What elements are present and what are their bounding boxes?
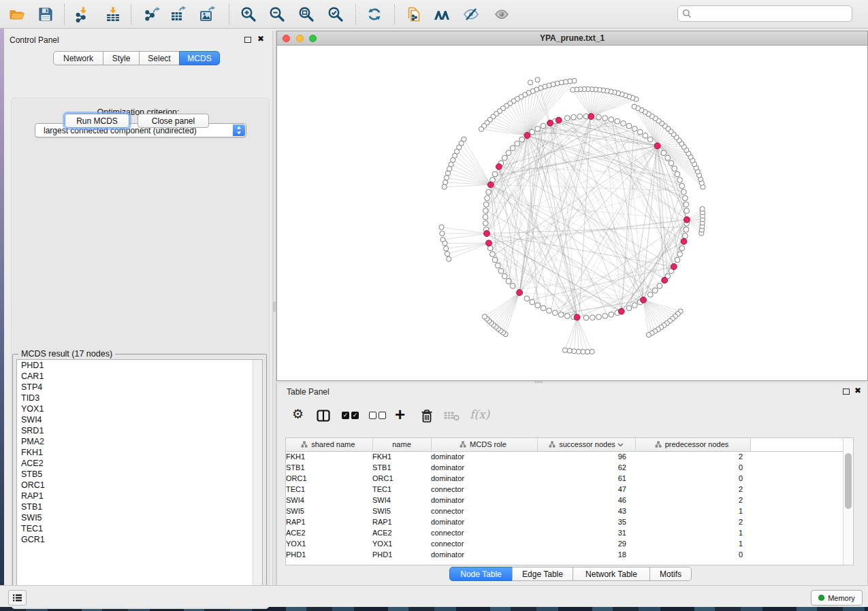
- mcds-hub-node[interactable]: [684, 217, 690, 223]
- table-cell[interactable]: PHD1: [286, 549, 372, 560]
- table-settings-gear-icon[interactable]: ⚙: [292, 408, 304, 420]
- network-node[interactable]: [590, 315, 595, 320]
- open-session-icon[interactable]: [9, 6, 25, 22]
- satellite-node[interactable]: [479, 127, 483, 131]
- mcds-hub-node[interactable]: [641, 297, 647, 303]
- network-node[interactable]: [498, 268, 504, 274]
- table-cell[interactable]: [750, 495, 844, 506]
- col-header-predecessor-nodes[interactable]: predecessor nodes: [635, 438, 750, 451]
- tab-network[interactable]: Network: [53, 51, 103, 65]
- mcds-hub-node[interactable]: [556, 117, 562, 123]
- network-window-titlebar[interactable]: YPA_prune.txt_1: [277, 31, 867, 46]
- mcds-result-item[interactable]: YOX1: [17, 403, 262, 414]
- network-node[interactable]: [672, 166, 677, 171]
- network-node[interactable]: [547, 308, 552, 314]
- network-node[interactable]: [609, 312, 614, 318]
- col-header-name[interactable]: name: [372, 438, 431, 451]
- network-node[interactable]: [558, 312, 564, 318]
- network-node[interactable]: [541, 123, 546, 129]
- satellite-node[interactable]: [482, 314, 487, 319]
- table-cell[interactable]: STB1: [372, 462, 431, 473]
- tab-edge-table[interactable]: Edge Table: [512, 567, 573, 581]
- satellite-node[interactable]: [632, 104, 637, 109]
- table-row[interactable]: SWI4SWI4dominator462: [286, 495, 844, 506]
- network-node[interactable]: [552, 310, 558, 316]
- network-node[interactable]: [684, 227, 689, 233]
- satellite-node[interactable]: [646, 333, 651, 337]
- table-cell[interactable]: 35: [537, 516, 635, 527]
- table-cell[interactable]: dominator: [431, 549, 537, 560]
- zoom-selected-icon[interactable]: [327, 6, 344, 22]
- table-cell[interactable]: [750, 549, 844, 560]
- table-cell[interactable]: RAP1: [372, 516, 431, 527]
- network-node[interactable]: [679, 246, 685, 251]
- mcds-hub-node[interactable]: [496, 164, 502, 170]
- network-node[interactable]: [677, 178, 683, 183]
- mcds-hub-node[interactable]: [671, 264, 677, 270]
- mcds-result-item[interactable]: PMA2: [17, 436, 262, 447]
- task-history-button[interactable]: [8, 590, 27, 606]
- table-cell[interactable]: RAP1: [286, 516, 372, 527]
- mcds-hub-node[interactable]: [486, 240, 492, 246]
- satellite-node[interactable]: [443, 241, 447, 246]
- table-cell[interactable]: ORC1: [372, 473, 431, 484]
- satellite-node[interactable]: [445, 251, 449, 256]
- network-node[interactable]: [502, 155, 507, 161]
- network-node[interactable]: [669, 161, 674, 166]
- add-column-icon[interactable]: +: [395, 408, 405, 421]
- close-panel-icon[interactable]: ✖: [854, 386, 861, 395]
- mcds-hub-node[interactable]: [524, 133, 530, 139]
- tab-network-table[interactable]: Network Table: [573, 567, 650, 581]
- run-mcds-button[interactable]: Run MCDS: [65, 114, 129, 128]
- network-node[interactable]: [596, 114, 602, 120]
- table-cell[interactable]: dominator: [431, 451, 537, 462]
- table-cell[interactable]: 29: [537, 538, 635, 549]
- table-cell[interactable]: 1: [635, 506, 750, 516]
- table-cell[interactable]: dominator: [431, 495, 537, 506]
- mcds-hub-node[interactable]: [662, 278, 668, 284]
- network-node[interactable]: [621, 121, 626, 127]
- satellite-node[interactable]: [444, 176, 449, 180]
- export-table-icon[interactable]: [170, 6, 187, 22]
- col-header-successor-nodes[interactable]: successor nodes: [537, 438, 635, 451]
- mcds-result-item[interactable]: STB5: [17, 469, 262, 480]
- mcds-hub-node[interactable]: [547, 120, 553, 126]
- network-node[interactable]: [530, 129, 535, 135]
- table-cell[interactable]: [750, 516, 844, 527]
- hide-selected-eye-slash-icon[interactable]: [463, 6, 479, 22]
- network-node[interactable]: [681, 189, 687, 195]
- mcds-list-scrollbar[interactable]: [253, 360, 262, 597]
- float-panel-icon[interactable]: [843, 389, 850, 395]
- table-cell[interactable]: [750, 484, 844, 495]
- show-all-eye-icon[interactable]: [494, 6, 510, 22]
- network-node[interactable]: [506, 150, 511, 156]
- mcds-result-item[interactable]: RAP1: [17, 491, 262, 501]
- satellite-node[interactable]: [439, 225, 444, 229]
- network-node[interactable]: [675, 257, 680, 263]
- network-node[interactable]: [483, 202, 489, 208]
- deselect-all-rows-icon[interactable]: [369, 412, 386, 419]
- table-cell[interactable]: FKH1: [286, 451, 372, 462]
- network-node[interactable]: [483, 220, 488, 226]
- tab-motifs[interactable]: Motifs: [649, 567, 692, 581]
- network-node[interactable]: [632, 126, 637, 131]
- table-cell[interactable]: 46: [537, 495, 635, 506]
- scrollbar-thumb[interactable]: [845, 453, 852, 509]
- satellite-node[interactable]: [442, 184, 447, 189]
- table-row[interactable]: YOX1YOX1connector291: [286, 538, 844, 549]
- table-cell[interactable]: YOX1: [286, 538, 372, 549]
- network-node[interactable]: [609, 117, 614, 122]
- mcds-result-item[interactable]: SWI4: [17, 414, 262, 425]
- mcds-result-item[interactable]: ORC1: [17, 480, 262, 491]
- table-cell[interactable]: ACE2: [286, 527, 372, 538]
- network-node[interactable]: [615, 118, 620, 124]
- table-cell[interactable]: dominator: [431, 516, 537, 527]
- network-node[interactable]: [652, 288, 658, 293]
- zoom-in-icon[interactable]: [240, 6, 257, 22]
- close-panel-icon[interactable]: ✖: [257, 34, 264, 44]
- table-cell[interactable]: SWI4: [286, 495, 372, 506]
- table-cell[interactable]: [750, 506, 844, 516]
- mcds-result-item[interactable]: SWI5: [17, 512, 262, 523]
- search-field[interactable]: [677, 5, 852, 22]
- network-node[interactable]: [506, 278, 511, 284]
